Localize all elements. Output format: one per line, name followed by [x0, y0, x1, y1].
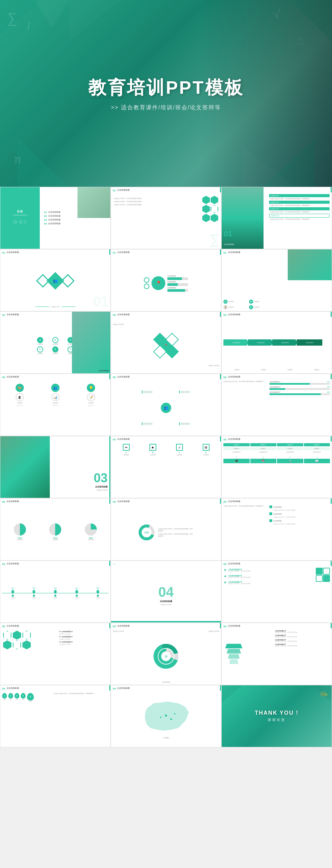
btn-1: 点击输入文本: [269, 194, 330, 197]
num-grid: 01 点击添加 02 点击添加 🏃 点击添加 04 点击添加: [223, 300, 273, 309]
hex-ol-2: [13, 631, 21, 640]
table-row-2: 点击添加文字 点击添加文字 点击添加文字 点击添加文字: [223, 451, 330, 454]
icon-1: 🐎: [16, 384, 24, 392]
td-3: 点击输入: [277, 447, 303, 450]
accent: [220, 623, 221, 628]
pie-label-1: 点击添加: [14, 539, 26, 540]
slide-01-buttons: 01 点击添加标题 点击输入文本 点击输入此处文字内容，文字内容请尽量言简意赅，…: [221, 187, 332, 249]
star-item-2: ✦ 点击添加标题文字 点击输入文字内容，请尽量言简意赅: [223, 574, 330, 579]
accent: [220, 374, 221, 379]
balloon-3: 2023 点击添加: [53, 588, 57, 599]
slide-02-diamonds: 02 点击添加标题 📍 点击输入文字内容 点击输入文字内容: [111, 311, 221, 374]
contents-icons: [13, 218, 27, 227]
diamond-outline-2: [61, 274, 75, 288]
svg-rect-7: [14, 221, 17, 223]
balloon-row: 2021 点击添加 2022 点击添加 2023: [2, 588, 109, 599]
slide-num: 03: [2, 563, 5, 566]
s-text-4: 点击添加标题文字 点击输入文字内容，请尽量言简意赅: [275, 643, 330, 647]
slide-title: 点击添加标题: [117, 189, 130, 191]
svg-point-24: [174, 713, 175, 714]
hex-6: [211, 214, 218, 222]
icon-col-2: 👥 📊 点击添加 点击输入文字: [48, 384, 62, 406]
slide-title: 点击添加标题: [7, 376, 19, 378]
prog-3: 点击添加标题文字85%: [269, 391, 330, 395]
circle-diagram: 📍 点击添加标题 点击添加标题 点击添加标题: [144, 275, 188, 292]
ring-center: ⚙: [152, 642, 180, 671]
circle-main: 📍: [151, 276, 165, 290]
bal-2: 2 2022: [8, 693, 13, 702]
balloon-dot-4: [76, 595, 78, 597]
box-br: 点击输入文字内容: [179, 422, 190, 425]
td-8: 点击添加文字: [304, 451, 330, 454]
sq-2: [269, 512, 272, 515]
accent: [109, 561, 110, 566]
hex-outline-grid: [3, 631, 31, 649]
slide-04-cover: 04 点击添加标题 点击输入文字内容 04: [111, 560, 221, 623]
shape-2: [227, 649, 241, 654]
puzzle-grid: [316, 568, 330, 582]
prog-2: 点击添加标题文字26%: [269, 386, 330, 390]
balloon-body-5: [96, 590, 99, 593]
center-diagram: 👥 点击输入文字内容 点击输入文字内容 点击输入文字内容 点击输入文字内容: [142, 391, 190, 425]
s4-sub: 点击输入文字内容: [158, 603, 174, 605]
star-list: ✦ 点击添加标题文字 点击输入文字内容，请尽量言简意赅 ✦ 点击添加标题文字 点…: [223, 568, 330, 621]
slides-row-8: 04 点击添加标题 DY 点击添加标题文字 点击输入文字内容 DY 点击添加标题…: [0, 623, 332, 685]
col-c: ✓ C 点击添加: [176, 444, 183, 456]
s4-title: 点击添加标题: [158, 600, 174, 603]
accent: [109, 374, 110, 379]
stacked-shapes: [225, 644, 242, 664]
balloon-dot-2: [33, 595, 35, 597]
item-d: D 点击添加: [33, 346, 47, 354]
hero-slide: ∑ ∫ √ π △ 教育培训PPT模板 >> 适合教育课件/培训/班会/论文答辩…: [0, 0, 332, 187]
bal-4: 4 2024: [21, 693, 26, 702]
col-b: ★ B 点击添加: [149, 444, 156, 456]
table-header: 标题栏目 标题栏目 标题栏目 标题栏目: [223, 443, 330, 446]
ring-chart: ⚙: [152, 642, 180, 670]
hand-icon: ✍: [320, 689, 328, 697]
slide-title: 点击添加标题: [7, 563, 19, 565]
item-a: A 点击添加: [33, 337, 47, 345]
slide-num: 03: [113, 500, 116, 503]
hex-3: [202, 205, 210, 213]
slide-01-hex: 01 点击添加标题 点击输入文字内容，文字内容请尽量言简意赅 点击输入文字内容，…: [111, 187, 221, 249]
icon-col-1: 🎓: [223, 459, 250, 463]
hero-title: 教育培训PPT模板: [88, 76, 243, 100]
td-2: 点击输入: [250, 447, 277, 450]
hex-grid: [202, 196, 218, 222]
diamond-group: 👥: [38, 275, 73, 287]
arrow-flow: CONTENTS CONTENTS CONTENTS CONTENTS: [223, 339, 322, 346]
arrow-1: CONTENTS: [223, 339, 249, 346]
section-title: 点击添加标题: [94, 485, 108, 488]
box-tl: 点击输入文字内容: [142, 391, 153, 393]
list-2: 点击添加标题: [269, 512, 330, 515]
star-item-1: ✦ 点击添加标题文字 点击输入文字内容，请尽量言简意赅: [223, 568, 330, 573]
accent: [331, 499, 332, 504]
col-right: 点击添加标题 点击添加标题 点击添加标题: [167, 275, 188, 292]
slide-03-pie: 03 点击添加标题 30% 点击添加 60% 点击添加: [0, 498, 111, 560]
accent: [331, 561, 332, 566]
accent: [109, 623, 110, 628]
abcdef-grid: A 点击添加 B 点击添加 C 点击添加 D 点击添加 E 点击添加 F 点击添…: [33, 337, 77, 354]
slide-num: 03: [113, 438, 116, 441]
slide-01-circles: 01 点击添加标题 📍 点击添加标题 点击添加标题 点击添加标题: [111, 249, 221, 311]
contents-cn-label: 目录: [17, 210, 23, 213]
slide-03-table: 03 点击添加标题 标题栏目 标题栏目 标题栏目 标题栏目 点击输入 点击输入 …: [221, 436, 332, 498]
slide-num: 01: [2, 251, 5, 254]
prog-1: 点击添加标题文字67%: [269, 381, 330, 385]
item-e: E 点击添加: [48, 346, 62, 354]
accent: [109, 499, 110, 504]
corner-text-tr: 点击输入文字内容: [208, 631, 219, 632]
icon-2: 🗑: [16, 393, 24, 401]
num-item-3: 🏃 点击添加: [223, 305, 248, 309]
hero-content: 教育培训PPT模板 >> 适合教育课件/培训/班会/论文答辩等: [88, 76, 243, 111]
balloon-5: 2025 点击添加: [96, 588, 100, 599]
slide-03-abcd: 03 点击添加标题 ✏ A 点击添加 ★ B 点击添加 ✓ C 点击添加 ⚙ D: [111, 436, 221, 498]
photo-placeholder: [222, 187, 264, 249]
table-area: 标题栏目 标题栏目 标题栏目 标题栏目 点击输入 点击输入 点击输入 点击输入 …: [223, 443, 330, 496]
slide-02-center: 02 点击添加标题 👥 点击输入文字内容 点击输入文字内容 点击输入文字内容 点…: [111, 374, 221, 436]
accent: [220, 312, 221, 317]
ring-label: 点击添加标题: [162, 681, 170, 683]
p2: [323, 568, 330, 575]
slide-num: 04: [113, 687, 116, 690]
arrow-labels: 点击输入 点击输入 点击输入 点击输入: [223, 369, 330, 371]
